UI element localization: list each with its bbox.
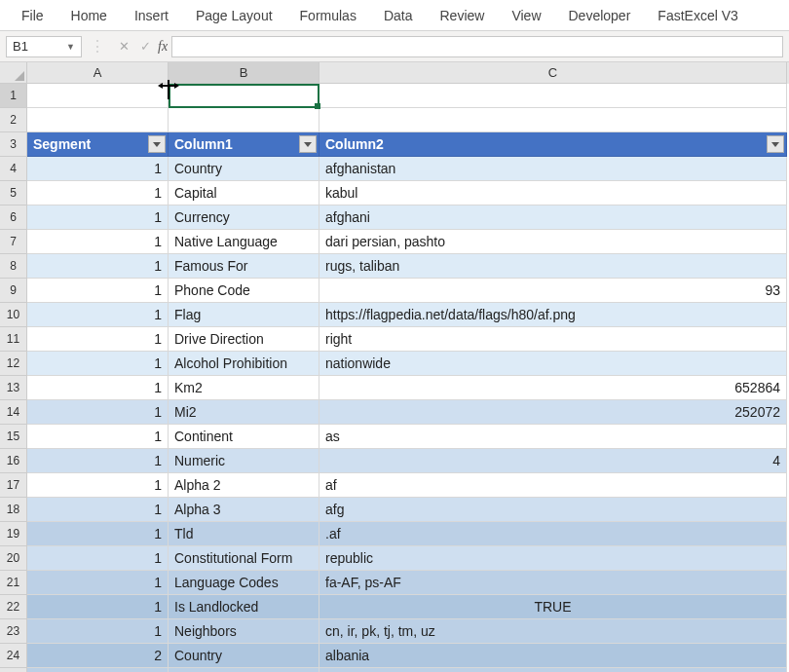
filter-dropdown-icon[interactable] xyxy=(148,135,166,153)
cell[interactable]: 1 xyxy=(27,181,169,205)
cell[interactable]: kabul xyxy=(319,181,787,205)
row-header[interactable]: 12 xyxy=(0,352,27,376)
cell[interactable]: 652864 xyxy=(319,376,787,400)
ribbon-tab-developer[interactable]: Developer xyxy=(555,0,645,31)
cell[interactable]: af xyxy=(319,473,787,498)
col-header-B[interactable]: B xyxy=(169,62,319,84)
name-box-dropdown-icon[interactable]: ▼ xyxy=(66,42,75,52)
cell[interactable]: Continent xyxy=(169,425,319,449)
cell[interactable]: 1 xyxy=(27,254,169,279)
cell[interactable]: 1 xyxy=(27,303,169,327)
cell[interactable]: Capital xyxy=(169,181,319,205)
cell[interactable]: Km2 xyxy=(169,376,319,400)
cell[interactable] xyxy=(319,84,787,108)
cell[interactable]: afghanistan xyxy=(319,157,787,181)
row-header[interactable]: 10 xyxy=(0,303,27,327)
ribbon-tab-data[interactable]: Data xyxy=(370,0,427,31)
row-header[interactable]: 22 xyxy=(0,595,27,619)
cell[interactable] xyxy=(27,84,169,108)
table-header[interactable]: Segment xyxy=(27,132,169,157)
row-header[interactable]: 1 xyxy=(0,84,27,108)
cell[interactable]: 1 xyxy=(27,279,169,303)
cancel-formula-icon[interactable]: ✕ xyxy=(113,39,134,54)
row-header[interactable]: 13 xyxy=(0,376,27,400)
cell[interactable]: Alcohol Prohibition xyxy=(169,352,319,376)
cell[interactable] xyxy=(319,108,787,132)
row-header[interactable]: 9 xyxy=(0,279,27,303)
row-header[interactable]: 6 xyxy=(0,205,27,230)
formula-input[interactable] xyxy=(171,36,783,57)
cell[interactable]: dari persian, pashto xyxy=(319,230,787,254)
cell[interactable]: 1 xyxy=(27,571,169,595)
cell[interactable]: Phone Code xyxy=(169,279,319,303)
row-header[interactable]: 14 xyxy=(0,400,27,425)
cell[interactable]: 93 xyxy=(319,279,787,303)
cell[interactable]: TRUE xyxy=(319,595,787,619)
cell[interactable]: afghani xyxy=(319,205,787,230)
row-header[interactable]: 2 xyxy=(0,108,27,132)
cell[interactable]: fa-AF, ps-AF xyxy=(319,571,787,595)
ribbon-tab-fastexcel-v3[interactable]: FastExcel V3 xyxy=(644,0,751,31)
cell[interactable]: 1 xyxy=(27,205,169,230)
cell[interactable]: cn, ir, pk, tj, tm, uz xyxy=(319,619,787,644)
cell[interactable]: 1 xyxy=(27,157,169,181)
cell[interactable]: tirane xyxy=(319,668,787,672)
cell[interactable]: rugs, taliban xyxy=(319,254,787,279)
cell[interactable]: Country xyxy=(169,644,319,668)
cell[interactable]: Tld xyxy=(169,522,319,546)
row-header[interactable]: 25 xyxy=(0,668,27,672)
cell[interactable]: 1 xyxy=(27,546,169,571)
cell[interactable]: 1 xyxy=(27,376,169,400)
row-header[interactable]: 20 xyxy=(0,546,27,571)
cell[interactable]: 1 xyxy=(27,449,169,473)
ribbon-tab-review[interactable]: Review xyxy=(427,0,499,31)
ribbon-tab-formulas[interactable]: Formulas xyxy=(286,0,370,31)
row-header[interactable]: 4 xyxy=(0,157,27,181)
row-header[interactable]: 19 xyxy=(0,522,27,546)
filter-dropdown-icon[interactable] xyxy=(299,135,317,153)
cell[interactable]: Flag xyxy=(169,303,319,327)
cell[interactable]: Neighbors xyxy=(169,619,319,644)
cell[interactable]: 1 xyxy=(27,619,169,644)
row-header[interactable]: 21 xyxy=(0,571,27,595)
ribbon-tab-file[interactable]: File xyxy=(8,0,57,31)
cell[interactable]: Alpha 3 xyxy=(169,498,319,522)
cell[interactable]: Drive Direction xyxy=(169,327,319,352)
cell[interactable]: Country xyxy=(169,157,319,181)
row-header[interactable]: 11 xyxy=(0,327,27,352)
cell[interactable]: 1 xyxy=(27,522,169,546)
row-header[interactable]: 18 xyxy=(0,498,27,522)
row-header[interactable]: 7 xyxy=(0,230,27,254)
row-header[interactable]: 17 xyxy=(0,473,27,498)
fx-icon[interactable]: fx xyxy=(158,39,168,55)
row-header[interactable]: 8 xyxy=(0,254,27,279)
cell[interactable]: .af xyxy=(319,522,787,546)
cell[interactable]: 1 xyxy=(27,230,169,254)
cell[interactable]: Mi2 xyxy=(169,400,319,425)
cell[interactable] xyxy=(27,108,169,132)
grid-body[interactable]: 123SegmentColumn1Column241Countryafghani… xyxy=(0,84,789,672)
row-header[interactable]: 23 xyxy=(0,619,27,644)
row-header[interactable]: 24 xyxy=(0,644,27,668)
cell[interactable]: right xyxy=(319,327,787,352)
row-header[interactable]: 16 xyxy=(0,449,27,473)
cell[interactable]: Numeric xyxy=(169,449,319,473)
cell[interactable]: afg xyxy=(319,498,787,522)
ribbon-tab-page-layout[interactable]: Page Layout xyxy=(182,0,286,31)
cell[interactable]: 1 xyxy=(27,595,169,619)
cell[interactable]: 1 xyxy=(27,400,169,425)
cell[interactable]: Native Language xyxy=(169,230,319,254)
ribbon-tab-home[interactable]: Home xyxy=(57,0,121,31)
table-header[interactable]: Column1 xyxy=(169,132,319,157)
cell[interactable] xyxy=(169,108,319,132)
cell[interactable]: Is Landlocked xyxy=(169,595,319,619)
table-header[interactable]: Column2 xyxy=(319,132,787,157)
row-header[interactable]: 15 xyxy=(0,425,27,449)
accept-formula-icon[interactable]: ✓ xyxy=(134,39,156,54)
cell[interactable]: Language Codes xyxy=(169,571,319,595)
cell[interactable]: 1 xyxy=(27,352,169,376)
cell[interactable]: 1 xyxy=(27,498,169,522)
cell[interactable]: https://flagpedia.net/data/flags/h80/af.… xyxy=(319,303,787,327)
cell[interactable]: 252072 xyxy=(319,400,787,425)
cell[interactable]: 1 xyxy=(27,473,169,498)
